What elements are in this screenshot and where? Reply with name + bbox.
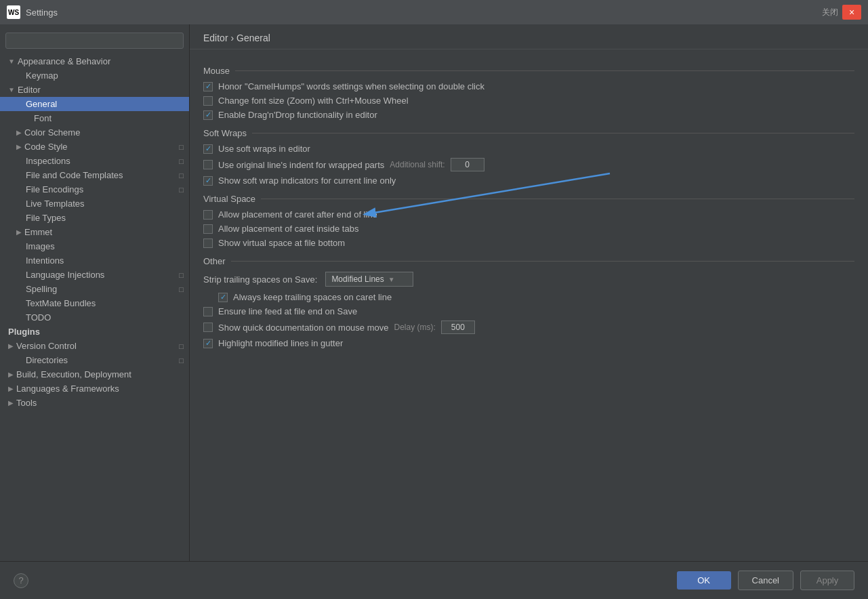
virtualspace-section-title: Virtual Space [203,194,854,204]
additional-shift-label: Additional shift: [390,160,445,169]
expand-icon: ▶ [8,385,14,392]
sidebar-item-label: Build, Execution, Deployment [16,369,131,379]
sidebar-item-general[interactable]: General [0,97,189,111]
checkbox-highlightmodified-label: Highlight modified lines in gutter [218,338,343,348]
cancel-button[interactable]: Cancel [738,571,793,590]
badge-icon: □ [179,271,184,279]
checkbox-virtualspacebottom-input[interactable] [203,239,213,248]
expand-icon: ▼ [8,58,15,65]
additional-shift-input[interactable] [451,158,484,171]
checkbox-camelhump-input[interactable] [203,82,213,91]
sidebar-item-emmet[interactable]: ▶Emmet [0,225,189,239]
sidebar-item-filecodetemplates[interactable]: File and Code Templates□ [0,168,189,182]
sidebar-item-directories[interactable]: Directories□ [0,353,189,367]
close-button[interactable]: × [842,5,861,20]
checkbox-keeptrailing-input[interactable] [218,293,228,302]
sidebar-item-languages[interactable]: ▶Languages & Frameworks [0,381,189,396]
checkbox-quickdoc-input[interactable] [203,323,213,332]
checkbox-originalindent: Use original line's indent for wrapped p… [203,158,854,171]
sidebar-item-label: Keymap [26,70,58,81]
sidebar-item-textmatebundles[interactable]: TextMate Bundles [0,296,189,310]
strip-trailing-label: Strip trailing spaces on Save: [203,274,317,285]
sidebar-item-label: File and Code Templates [26,170,123,180]
checkbox-camelhump-label: Honor "CamelHumps" words settings when s… [218,81,484,91]
sidebar-item-label: Plugins [8,327,40,337]
sidebar-item-tools[interactable]: ▶Tools [0,396,189,410]
sidebar-item-languageinjections[interactable]: Language Injections□ [0,268,189,282]
search-input[interactable] [5,33,184,49]
help-button[interactable]: ? [14,573,28,588]
sidebar-item-intentions[interactable]: Intentions [0,253,189,268]
expand-icon: ▶ [8,399,14,407]
ok-button[interactable]: OK [677,571,731,590]
sidebar-item-fileencodings[interactable]: File Encodings□ [0,182,189,197]
app-logo: WS [7,5,20,19]
checkbox-highlightmodified: Highlight modified lines in gutter [203,338,854,348]
checkbox-linefeed-input[interactable] [203,307,213,316]
sidebar-item-label: Tools [16,398,37,408]
sidebar-item-keymap[interactable]: Keymap [0,68,189,83]
expand-icon: ▶ [8,371,14,378]
checkbox-dragdrop-input[interactable] [203,110,213,120]
checkbox-camelhump: Honor "CamelHumps" words settings when s… [203,81,854,91]
checkbox-fontsize: Change font size (Zoom) with Ctrl+Mouse … [203,96,854,106]
sidebar-item-inspections[interactable]: Inspections□ [0,154,189,168]
sidebar-item-versioncontrol[interactable]: ▶Version Control□ [0,339,189,353]
sidebar-item-appearance[interactable]: ▼Appearance & Behavior [0,54,189,68]
checkbox-caretafterend-label: Allow placement of caret after end of li… [218,209,377,220]
checkbox-highlightmodified-input[interactable] [203,339,213,348]
checkbox-virtualspacebottom: Show virtual space at file bottom [203,238,854,248]
title-bar: WS Settings 关闭 × [0,0,868,24]
sidebar-item-label: Version Control [16,341,77,351]
sidebar-item-label: Spelling [26,284,57,294]
extra-close-label[interactable]: 关闭 [822,7,838,18]
sidebar: ▼Appearance & BehaviorKeymap▼EditorGener… [0,24,190,561]
sidebar-item-codestyle[interactable]: ▶Code Style□ [0,140,189,154]
sidebar-item-plugins[interactable]: Plugins [0,325,189,339]
bottom-bar: ? OK Cancel Apply [0,561,868,599]
checkbox-caretinsidetabs-input[interactable] [203,224,213,234]
sidebar-item-spelling[interactable]: Spelling□ [0,282,189,296]
sidebar-item-label: Languages & Frameworks [16,384,119,394]
sidebar-item-label: TODO [26,312,51,323]
sidebar-items-container: ▼Appearance & BehaviorKeymap▼EditorGener… [0,54,189,410]
sidebar-item-font[interactable]: Font [0,111,189,125]
breadcrumb: Editor › General [203,33,270,43]
sidebar-item-images[interactable]: Images [0,239,189,253]
checkbox-showsoftwrap-input[interactable] [203,176,213,186]
main-layout: ▼Appearance & BehaviorKeymap▼EditorGener… [0,24,868,561]
expand-icon: ▼ [8,86,15,94]
strip-trailing-dropdown[interactable]: Modified Lines ▼ [325,272,413,287]
sidebar-item-build[interactable]: ▶Build, Execution, Deployment [0,367,189,381]
content-area: Editor › General Mouse Honor "CamelHumps… [190,24,868,561]
checkbox-caretafterend-input[interactable] [203,210,213,220]
sidebar-item-label: Directories [26,355,68,365]
checkbox-linefeed: Ensure line feed at file end on Save [203,306,854,316]
other-section-title: Other [203,256,854,266]
checkbox-caretinsidetabs: Allow placement of caret inside tabs [203,224,854,234]
sidebar-item-livetemplates[interactable]: Live Templates [0,197,189,211]
sidebar-item-label: Code Style [24,142,68,152]
checkbox-originalindent-input[interactable] [203,160,213,169]
sidebar-item-colorscheme[interactable]: ▶Color Scheme [0,125,189,140]
badge-icon: □ [179,143,184,151]
sidebar-item-label: Appearance & Behavior [18,56,110,66]
checkbox-fontsize-input[interactable] [203,96,213,106]
sidebar-item-todo[interactable]: TODO [0,310,189,325]
apply-button[interactable]: Apply [800,571,854,590]
title-bar-left: WS Settings [7,5,58,19]
sidebar-item-label: Color Scheme [24,127,80,138]
sidebar-item-filetypes[interactable]: File Types [0,211,189,225]
checkbox-showsoftwrap-label: Show soft wrap indicators for current li… [218,175,396,186]
badge-icon: □ [179,157,184,165]
sidebar-item-label: File Encodings [26,184,83,194]
sidebar-item-label: Font [34,113,51,123]
delay-input[interactable] [441,321,475,334]
sidebar-item-label: Editor [18,85,41,95]
checkbox-keeptrailing-label: Always keep trailing spaces on caret lin… [233,292,392,302]
content-header: Editor › General [190,24,868,49]
sidebar-item-editor[interactable]: ▼Editor [0,83,189,97]
checkbox-quickdoc: Show quick documentation on mouse move D… [203,321,854,334]
checkbox-usesoftwraps-input[interactable] [203,144,213,154]
strip-trailing-row: Strip trailing spaces on Save: Modified … [203,272,854,287]
